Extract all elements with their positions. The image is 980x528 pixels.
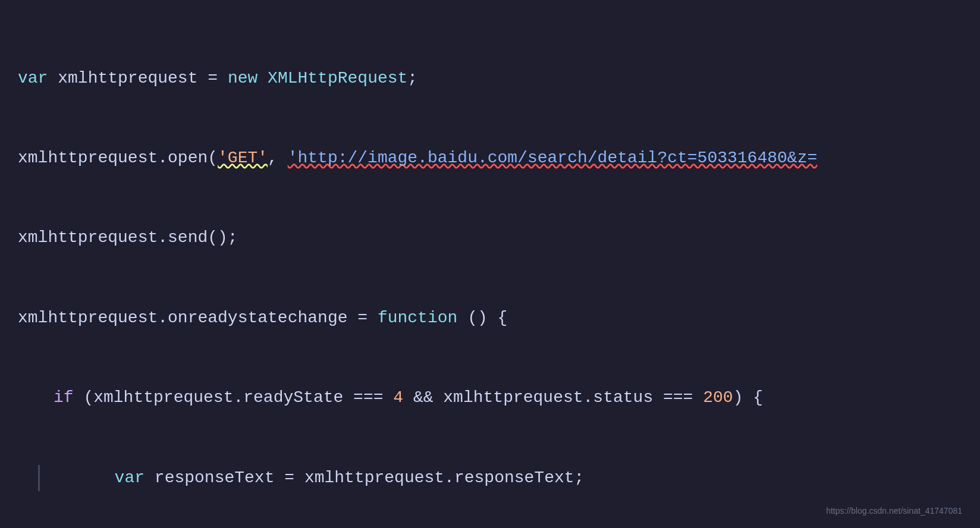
code-line-4: xmlhttprequest.onreadystatechange = func… bbox=[18, 305, 962, 332]
keyword-if: if bbox=[54, 388, 74, 407]
class-name: XMLHttpRequest bbox=[268, 69, 407, 87]
url-string: 'http://image.baidu.com/search/detail?ct… bbox=[288, 149, 818, 167]
number-4: 4 bbox=[393, 388, 403, 407]
string-get: 'GET' bbox=[218, 149, 268, 167]
code-line-3: xmlhttprequest.send(); bbox=[18, 225, 962, 252]
keyword-var: var bbox=[18, 69, 48, 87]
number-200: 200 bbox=[703, 388, 733, 407]
keyword-var-2: var bbox=[115, 469, 145, 487]
code-editor: var xmlhttprequest = new XMLHttpRequest;… bbox=[18, 12, 962, 528]
code-line-1: var xmlhttprequest = new XMLHttpRequest; bbox=[18, 65, 962, 92]
code-line-6: var responseText = xmlhttprequest.respon… bbox=[18, 465, 962, 492]
code-line-2: xmlhttprequest.open('GET', 'http://image… bbox=[18, 145, 962, 172]
keyword-new: new bbox=[228, 69, 257, 87]
watermark: https://blog.csdn.net/sinat_41747081 bbox=[826, 504, 962, 517]
keyword-function-1: function bbox=[378, 309, 457, 327]
code-line-5: if (xmlhttprequest.readyState === 4 && x… bbox=[18, 385, 962, 411]
